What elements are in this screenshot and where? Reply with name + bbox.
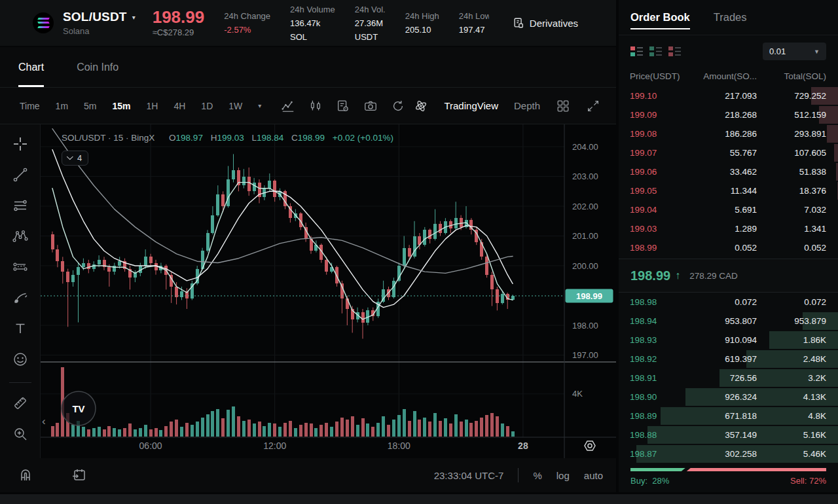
- tab-chart[interactable]: Chart: [18, 47, 44, 87]
- buy-sell-ratio: Buy: 28% Sell: 72%: [619, 468, 838, 486]
- brush-icon[interactable]: [11, 289, 29, 307]
- bid-row[interactable]: 198.91726.563.2K: [619, 369, 838, 387]
- text-tool-icon[interactable]: [11, 319, 29, 338]
- network-name: Solana: [63, 26, 136, 36]
- interval-5m[interactable]: 5m: [84, 101, 96, 111]
- fib-retracement-icon[interactable]: [11, 196, 29, 215]
- bid-row[interactable]: 198.89671.8184.8K: [619, 406, 838, 425]
- auto-scale-button[interactable]: auto: [584, 470, 603, 481]
- indicators-icon[interactable]: [281, 99, 295, 113]
- book-view-both-icon[interactable]: [630, 46, 644, 57]
- price-cell: 199.03: [630, 224, 690, 234]
- price-cell: 198.89: [630, 411, 690, 421]
- atom-icon[interactable]: [414, 99, 428, 113]
- svg-text:12:00: 12:00: [263, 441, 286, 451]
- tab-order-book[interactable]: Order Book: [630, 0, 690, 35]
- interval-4H[interactable]: 4H: [173, 101, 185, 111]
- ruler-icon[interactable]: [11, 394, 29, 412]
- bid-row[interactable]: 198.94953.807953.879: [619, 312, 838, 331]
- forecast-tool-icon[interactable]: [11, 258, 29, 276]
- bid-row[interactable]: 198.90926.3244.13K: [619, 387, 838, 406]
- emoji-tool-icon[interactable]: [11, 350, 29, 369]
- chevron-down-icon: [67, 153, 73, 160]
- reload-icon[interactable]: [391, 99, 405, 113]
- interval-dropdown-icon[interactable]: ▾: [258, 102, 261, 109]
- interval-1H[interactable]: 1H: [147, 101, 158, 111]
- book-view-asks-icon[interactable]: [668, 46, 682, 57]
- bid-row[interactable]: 198.87302.2585.46K: [619, 444, 838, 463]
- buy-ratio-label: Buy: 28%: [630, 476, 669, 486]
- magnet-icon[interactable]: [17, 467, 34, 484]
- asks-list: 199.10217.093729.252199.09218.268512.159…: [619, 86, 838, 257]
- interval-1m[interactable]: 1m: [56, 101, 68, 111]
- ask-row[interactable]: 198.990.0520.052: [619, 238, 838, 257]
- amount-cell: 218.268: [690, 110, 757, 120]
- ask-row[interactable]: 199.045.6917.032: [619, 200, 838, 219]
- tab-coin-info[interactable]: Coin Info: [77, 47, 118, 87]
- percent-scale-button[interactable]: %: [533, 470, 541, 481]
- chart-canvas[interactable]: 204.00203.00202.00201.00200.00198.00197.…: [41, 124, 616, 458]
- interval-1W[interactable]: 1W: [228, 101, 242, 111]
- gear-icon: [580, 437, 600, 456]
- chart-region: Chart Coin Info Time 1m5m15m1H4H1D1W ▾: [0, 47, 616, 492]
- bid-row[interactable]: 198.93910.0941.86K: [619, 331, 838, 350]
- stat-24h-high: 24h High 205.10: [405, 10, 439, 35]
- svg-text:204.00: 204.00: [572, 142, 598, 152]
- ask-row[interactable]: 199.0755.767107.605: [619, 143, 838, 162]
- stat-24h-change: 24h Change -2.57%: [224, 10, 270, 35]
- book-view-bids-icon[interactable]: [649, 46, 663, 57]
- ask-row[interactable]: 199.10217.093729.252: [619, 86, 838, 105]
- ask-row[interactable]: 199.08186.286293.891: [619, 124, 838, 143]
- bid-row[interactable]: 198.92619.3972.48K: [619, 350, 838, 369]
- ask-row[interactable]: 199.09218.268512.159: [619, 105, 838, 124]
- chart-template-icon[interactable]: [336, 99, 350, 113]
- amount-cell: 302.258: [690, 449, 757, 459]
- ask-row[interactable]: 199.0633.46251.838: [619, 162, 838, 181]
- amount-cell: 926.324: [690, 392, 757, 402]
- interval-15m[interactable]: 15m: [113, 101, 131, 111]
- tradingview-toggle[interactable]: TradingView: [444, 100, 498, 111]
- svg-text:197.00: 197.00: [572, 350, 598, 360]
- zoom-in-icon[interactable]: [11, 425, 29, 443]
- price-cell: 199.04: [630, 205, 690, 215]
- log-scale-button[interactable]: log: [556, 470, 570, 481]
- bids-list: 198.980.0720.072198.94953.807953.879198.…: [619, 293, 838, 463]
- tab-trades[interactable]: Trades: [714, 0, 747, 35]
- crosshair-icon[interactable]: [11, 135, 29, 153]
- scroll-left-chevron[interactable]: ‹: [42, 415, 46, 428]
- order-book-controls: 0.01 ▼: [619, 35, 838, 67]
- interval-1D[interactable]: 1D: [201, 101, 213, 111]
- go-to-date-icon[interactable]: [71, 467, 88, 484]
- chart-settings-gear[interactable]: [580, 437, 600, 456]
- total-cell: 953.879: [757, 316, 826, 326]
- xabcd-pattern-icon[interactable]: [11, 227, 29, 245]
- chart-toolbar: Time 1m5m15m1H4H1D1W ▾: [0, 88, 616, 124]
- grid-layout-icon[interactable]: [556, 99, 570, 113]
- fullscreen-icon[interactable]: [586, 99, 600, 113]
- amount-cell: 55.767: [690, 148, 757, 158]
- precision-select[interactable]: 0.01 ▼: [763, 43, 826, 60]
- total-cell: 4.13K: [757, 392, 826, 402]
- total-cell: 7.032: [757, 205, 826, 215]
- svg-text:198.00: 198.00: [572, 321, 598, 331]
- chevron-down-icon[interactable]: ▾: [132, 14, 136, 21]
- total-cell: 4.8K: [757, 411, 826, 421]
- ask-row[interactable]: 199.0511.34418.376: [619, 181, 838, 200]
- camera-icon[interactable]: [363, 99, 378, 113]
- price-chart[interactable]: 204.00203.00202.00201.00200.00198.00197.…: [41, 124, 616, 458]
- price-cell: 199.07: [630, 148, 690, 158]
- amount-cell: 11.344: [690, 186, 757, 196]
- depth-toggle[interactable]: Depth: [514, 100, 540, 111]
- bid-row[interactable]: 198.980.0720.072: [619, 293, 838, 312]
- svg-text:200.00: 200.00: [572, 261, 598, 271]
- pair-selector[interactable]: SOL/USDT ▾ Solana: [63, 10, 136, 36]
- bid-row[interactable]: 198.88357.1495.16K: [619, 425, 838, 444]
- document-icon: [513, 17, 524, 29]
- price-cell: 199.08: [630, 129, 690, 139]
- derivatives-button[interactable]: Derivatives: [513, 17, 578, 29]
- indicators-collapse-pill[interactable]: 4: [62, 151, 88, 166]
- candle-style-icon[interactable]: [308, 99, 323, 113]
- ask-row[interactable]: 199.031.2891.341: [619, 219, 838, 238]
- trend-line-icon[interactable]: [11, 166, 29, 184]
- amount-cell: 953.807: [690, 316, 757, 326]
